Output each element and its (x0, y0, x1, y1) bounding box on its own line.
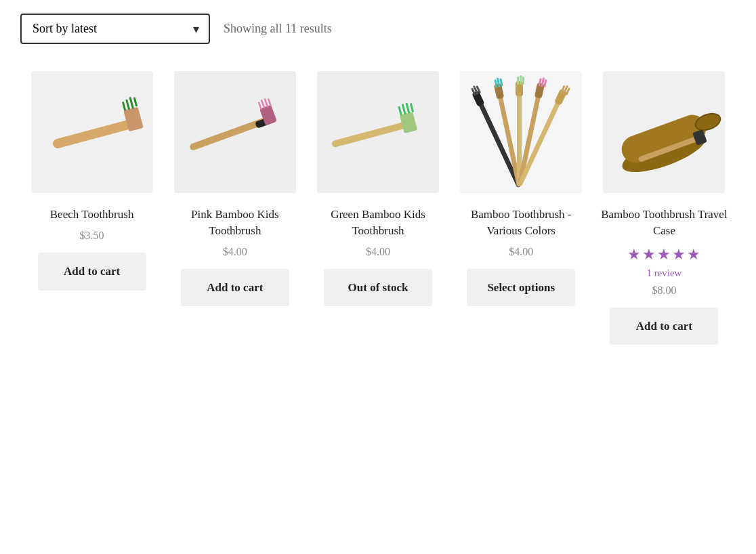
product-image-pink (174, 71, 296, 193)
product-price-pink: $4.00 (223, 246, 247, 258)
product-card-beech: Beech Toothbrush $3.50 Add to cart (20, 71, 163, 291)
product-price-case: $8.00 (652, 284, 676, 297)
toolbar: Sort by latestSort by price: low to high… (20, 14, 736, 44)
product-card-green: Green Bamboo Kids Toothbrush $4.00 Out o… (306, 71, 449, 306)
product-card-pink: Pink Bamboo Kids Toothbrush $4.00 Add to… (163, 71, 306, 306)
add-to-cart-pink[interactable]: Add to cart (181, 269, 289, 307)
add-to-cart-beech[interactable]: Add to cart (38, 253, 146, 291)
out-of-stock-green[interactable]: Out of stock (324, 269, 432, 307)
star-4: ★ (672, 246, 686, 263)
product-name-various: Bamboo Toothbrush - Various Colors (457, 207, 586, 239)
svg-rect-36 (520, 75, 522, 85)
products-grid: Beech Toothbrush $3.50 Add to cart (20, 71, 736, 345)
product-image-beech (31, 71, 153, 193)
product-card-case: Bamboo Toothbrush Travel Case ★ ★ ★ ★ ★ … (593, 71, 736, 345)
add-to-cart-case[interactable]: Add to cart (610, 307, 718, 345)
star-5: ★ (687, 246, 700, 263)
product-image-various (460, 71, 582, 193)
product-image-case (603, 71, 725, 193)
star-2: ★ (642, 246, 656, 263)
product-price-green: $4.00 (366, 246, 390, 258)
product-name-case: Bamboo Toothbrush Travel Case (600, 207, 729, 239)
svg-rect-34 (516, 81, 523, 96)
results-count: Showing all 11 results (224, 22, 332, 36)
product-review-count-case: 1 review (646, 268, 681, 279)
svg-rect-35 (517, 77, 519, 85)
star-1: ★ (627, 246, 641, 263)
product-name-green: Green Bamboo Kids Toothbrush (313, 207, 442, 239)
product-name-pink: Pink Bamboo Kids Toothbrush (170, 207, 299, 239)
product-price-beech: $3.50 (80, 230, 104, 242)
select-options-various[interactable]: Select options (467, 269, 575, 307)
product-card-various: Bamboo Toothbrush - Various Colors $4.00… (450, 71, 593, 306)
product-price-various: $4.00 (509, 246, 533, 258)
product-name-beech: Beech Toothbrush (50, 207, 134, 223)
sort-select[interactable]: Sort by latestSort by price: low to high… (33, 22, 182, 35)
product-image-green (317, 71, 439, 193)
sort-wrapper: Sort by latestSort by price: low to high… (20, 14, 210, 44)
svg-rect-37 (522, 77, 524, 85)
product-stars-case: ★ ★ ★ ★ ★ (627, 246, 700, 263)
star-3: ★ (657, 246, 671, 263)
